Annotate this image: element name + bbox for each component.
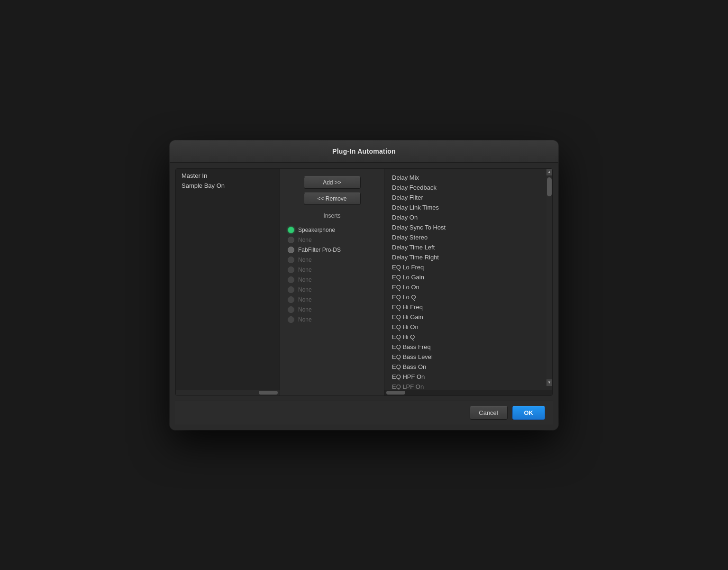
insert-dot	[288, 276, 294, 283]
insert-dot	[288, 316, 294, 323]
ok-button[interactable]: OK	[512, 406, 546, 420]
right-panel-item[interactable]: Delay Link Times	[390, 202, 546, 212]
left-panel-hscroll-thumb[interactable]	[259, 391, 278, 395]
dialog-body: Master InSample Bay On Add >> << Remove …	[170, 163, 558, 430]
right-panel-item[interactable]: Delay Time Left	[390, 242, 546, 252]
dialog-title: Plug-In Automation	[332, 147, 396, 155]
insert-list: SpeakerphoneNoneFabFilter Pro-DSNoneNone…	[286, 226, 378, 324]
insert-item[interactable]: None	[286, 266, 378, 274]
insert-name: None	[298, 257, 312, 263]
scroll-track[interactable]	[546, 175, 552, 379]
insert-item[interactable]: None	[286, 236, 378, 244]
insert-name: Speakerphone	[298, 227, 335, 233]
left-panel-list: Master InSample Bay On	[176, 169, 280, 390]
insert-dot	[288, 227, 294, 233]
left-panel-item[interactable]: Sample Bay On	[176, 181, 280, 191]
remove-button[interactable]: << Remove	[304, 193, 361, 205]
right-panel: Delay MixDelay FeedbackDelay FilterDelay…	[384, 169, 552, 395]
right-panel-item[interactable]: EQ Lo On	[390, 282, 546, 292]
cancel-button[interactable]: Cancel	[470, 406, 508, 420]
right-hscroll-thumb[interactable]	[386, 391, 405, 395]
insert-item[interactable]: FabFilter Pro-DS	[286, 246, 378, 254]
left-panel-item[interactable]: Master In	[176, 171, 280, 181]
right-panel-item[interactable]: EQ Lo Freq	[390, 262, 546, 272]
button-row: Add >> << Remove	[286, 176, 378, 205]
insert-name: None	[298, 276, 312, 283]
right-panel-item[interactable]: EQ LPF On	[390, 382, 546, 390]
right-panel-item[interactable]: EQ Hi Freq	[390, 302, 546, 312]
insert-dot	[288, 296, 294, 303]
right-panel-item[interactable]: EQ HPF On	[390, 372, 546, 382]
right-panel-item[interactable]: Delay Mix	[390, 173, 546, 183]
insert-dot	[288, 257, 294, 263]
right-panel-item[interactable]: EQ Hi Gain	[390, 312, 546, 322]
dialog-content: Master InSample Bay On Add >> << Remove …	[175, 168, 553, 396]
right-panel-item[interactable]: EQ Bass Level	[390, 352, 546, 362]
insert-dot	[288, 286, 294, 293]
right-panel-item[interactable]: Delay Sync To Host	[390, 222, 546, 232]
insert-dot	[288, 267, 294, 273]
scroll-thumb[interactable]	[547, 177, 552, 196]
right-panel-item[interactable]: Delay Stereo	[390, 232, 546, 242]
right-panel-item[interactable]: EQ Hi Q	[390, 332, 546, 342]
right-panel-item[interactable]: Delay On	[390, 212, 546, 222]
insert-item[interactable]: None	[286, 315, 378, 324]
dialog-window: Plug-In Automation Master InSample Bay O…	[170, 140, 558, 430]
insert-item[interactable]: None	[286, 285, 378, 294]
insert-name: None	[298, 306, 312, 313]
insert-dot	[288, 306, 294, 313]
right-panel-item[interactable]: EQ Hi On	[390, 322, 546, 332]
add-button[interactable]: Add >>	[304, 176, 361, 189]
insert-name: None	[298, 267, 312, 273]
right-panel-item[interactable]: Delay Feedback	[390, 183, 546, 193]
insert-name: None	[298, 237, 312, 243]
right-panel-item[interactable]: EQ Lo Q	[390, 292, 546, 302]
dialog-titlebar: Plug-In Automation	[170, 140, 558, 163]
right-hscrollbar[interactable]	[384, 390, 552, 395]
insert-name: None	[298, 316, 312, 323]
inserts-label: Inserts	[323, 212, 340, 219]
right-panel-item[interactable]: Delay Filter	[390, 193, 546, 202]
right-scrollbar[interactable]: ▲ ▼	[546, 169, 552, 386]
scroll-down-arrow[interactable]: ▼	[546, 379, 552, 386]
insert-dot	[288, 237, 294, 243]
middle-panel: Add >> << Remove Inserts SpeakerphoneNon…	[280, 169, 384, 395]
insert-item[interactable]: None	[286, 295, 378, 304]
right-panel-item[interactable]: EQ Bass Freq	[390, 342, 546, 352]
right-panel-item[interactable]: Delay Time Right	[390, 252, 546, 262]
insert-item[interactable]: None	[286, 256, 378, 264]
insert-dot	[288, 247, 294, 253]
right-panel-item[interactable]: EQ Bass On	[390, 362, 546, 372]
left-panel: Master InSample Bay On	[176, 169, 280, 395]
left-panel-hscrollbar[interactable]	[176, 390, 280, 395]
dialog-footer: Cancel OK	[175, 401, 553, 424]
right-panel-item[interactable]: EQ Lo Gain	[390, 272, 546, 282]
insert-name: FabFilter Pro-DS	[298, 247, 341, 253]
insert-item[interactable]: None	[286, 276, 378, 284]
right-panel-list: Delay MixDelay FeedbackDelay FilterDelay…	[384, 169, 552, 390]
scroll-up-arrow[interactable]: ▲	[546, 169, 552, 175]
insert-name: None	[298, 296, 312, 303]
insert-item[interactable]: None	[286, 305, 378, 314]
insert-item[interactable]: Speakerphone	[286, 226, 378, 234]
insert-name: None	[298, 286, 312, 293]
